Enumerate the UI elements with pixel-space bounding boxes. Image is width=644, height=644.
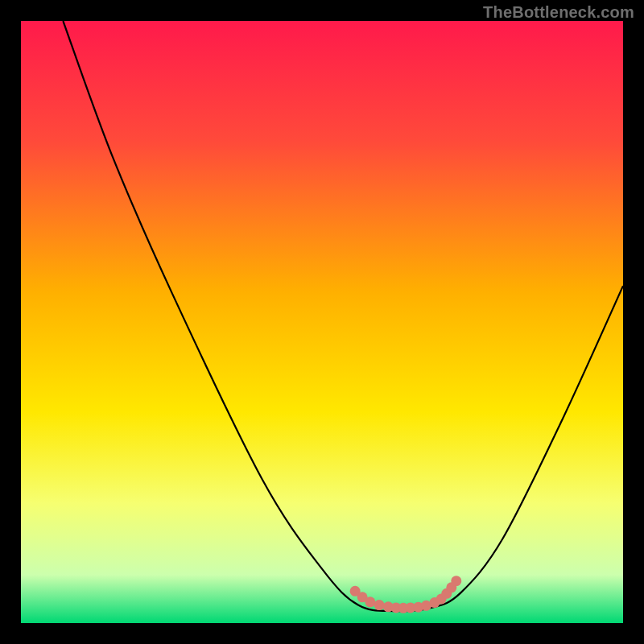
optimal-marker (374, 600, 385, 610)
optimal-marker (451, 576, 461, 586)
watermark-label: TheBottleneck.com (483, 3, 634, 22)
chart-frame: TheBottleneck.com (0, 0, 644, 644)
gradient-background (21, 21, 623, 623)
plot-area (21, 21, 623, 623)
optimal-marker (365, 597, 375, 607)
bottleneck-chart (21, 21, 623, 623)
